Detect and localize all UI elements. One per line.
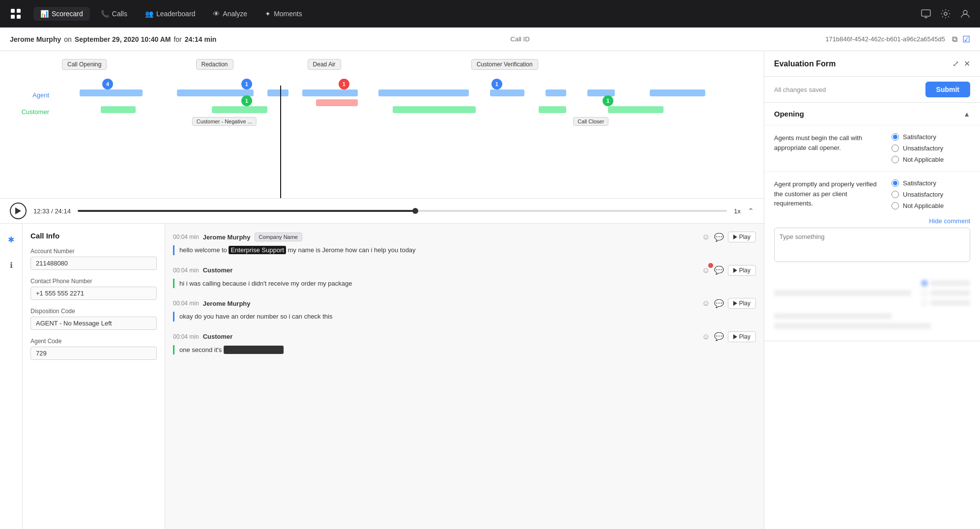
- agent-badge-1[interactable]: 4: [102, 79, 113, 89]
- playhead[interactable]: [280, 86, 281, 198]
- msg4-actions: ☺ 💬 Play: [702, 331, 756, 342]
- nav-leaderboard[interactable]: 👥 Leaderboard: [138, 7, 202, 21]
- transcript-msg-2: 00:04 min Customer ☺ ● 💬 Play: [173, 265, 756, 289]
- sidebar-icon-asterisk[interactable]: ✱: [3, 232, 19, 247]
- msg3-emoji-btn[interactable]: ☺: [702, 299, 710, 308]
- agent-badge-3[interactable]: 1: [339, 79, 349, 89]
- msg3-comment-btn[interactable]: 💬: [714, 299, 724, 308]
- time-display: 12:33 / 24:14: [33, 207, 71, 215]
- criterion-1-options: Satisfactory Unsatisfactory Not Applicab…: [892, 133, 970, 163]
- nav-analyze[interactable]: 👁 Analyze: [206, 7, 254, 21]
- nav-calls[interactable]: 📞 Calls: [94, 7, 134, 21]
- eval-section-opening-title: Opening: [774, 110, 963, 118]
- collapse-button[interactable]: ⌃: [748, 206, 754, 216]
- hide-comment-link[interactable]: Hide comment: [929, 217, 970, 225]
- msg2-time: 00:04 min: [173, 267, 199, 274]
- criterion-2-unsatisfactory[interactable]: Unsatisfactory: [892, 191, 970, 198]
- criterion-2-na-label: Not Applicable: [903, 202, 944, 209]
- msg1-actions: ☺ 💬 Play: [702, 232, 756, 242]
- close-icon[interactable]: ✕: [964, 59, 970, 68]
- progress-dot: [412, 208, 418, 214]
- gear-icon[interactable]: [939, 7, 952, 21]
- expand-icon[interactable]: ⤢: [952, 59, 959, 68]
- label-dead-air[interactable]: Dead Air: [308, 59, 341, 70]
- play-button[interactable]: [10, 203, 27, 219]
- criterion-1-unsatisfactory[interactable]: Unsatisfactory: [892, 145, 970, 152]
- main-layout: Call Opening Redaction Dead Air Customer…: [0, 51, 980, 529]
- msg4-comment-btn[interactable]: 💬: [714, 332, 724, 341]
- eval-panel: Evaluation Form ⤢ ✕ All changes saved Su…: [764, 51, 980, 529]
- msg1-emoji-btn[interactable]: ☺: [702, 233, 710, 241]
- account-number-value: 211488080: [30, 257, 157, 270]
- eval-section-opening-header[interactable]: Opening ▲: [764, 103, 980, 125]
- call-date: September 29, 2020 10:40 AM: [75, 35, 171, 43]
- copy-icon[interactable]: ⧉: [952, 35, 957, 44]
- criterion-2-radio-satisfactory[interactable]: [892, 179, 899, 187]
- call-duration: 24:14 min: [185, 35, 217, 43]
- label-customer-verif[interactable]: Customer Verification: [471, 59, 538, 70]
- call-header: Jerome Murphy on September 29, 2020 10:4…: [0, 28, 980, 51]
- nav-items: 📊 Scorecard 📞 Calls 👥 Leaderboard 👁 Anal…: [33, 7, 309, 21]
- call-id-label: Call ID: [511, 35, 532, 43]
- progress-bar[interactable]: [78, 210, 727, 212]
- agent-track-label: Agent: [10, 91, 54, 99]
- svg-point-5: [944, 12, 947, 15]
- annotation-negative[interactable]: Customer - Negative ...: [192, 117, 257, 126]
- sidebar-icon-info[interactable]: ℹ: [3, 257, 19, 273]
- speed-label[interactable]: 1x: [734, 207, 741, 215]
- phone-number-label: Contact Phone Number: [30, 278, 157, 285]
- on-text: on: [64, 35, 72, 43]
- msg3-speaker: Jerome Murphy: [203, 300, 251, 307]
- criterion-1-radio-satisfactory[interactable]: [892, 133, 899, 141]
- criterion-1-radio-unsatisfactory[interactable]: [892, 145, 899, 152]
- scorecard-icon: 📊: [40, 10, 49, 18]
- msg4-play-btn[interactable]: Play: [728, 331, 756, 342]
- criterion-1-radio-na[interactable]: [892, 156, 899, 163]
- svg-rect-4: [922, 10, 930, 16]
- agent-badge-2[interactable]: 1: [241, 79, 252, 89]
- user-icon[interactable]: [958, 7, 972, 21]
- eval-header: Evaluation Form ⤢ ✕: [764, 51, 980, 77]
- msg1-play-btn[interactable]: Play: [728, 232, 756, 242]
- monitor-icon[interactable]: [919, 7, 933, 21]
- msg1-bubble: hello welcome to Enterprise Support my n…: [173, 245, 756, 255]
- criterion-2-radio-na[interactable]: [892, 202, 899, 209]
- criterion-2-options: Satisfactory Unsatisfactory Not Applicab…: [892, 179, 970, 209]
- customer-badge-1[interactable]: 1: [241, 95, 252, 106]
- msg2-comment-btn[interactable]: 💬: [714, 265, 724, 275]
- transcript-area: 00:04 min Jerome Murphy Company Name ☺ 💬…: [165, 224, 764, 529]
- msg3-time: 00:04 min: [173, 300, 199, 307]
- phone-number-field: Contact Phone Number +1 555 555 2271: [30, 278, 157, 300]
- criterion-1-satisfactory-label: Satisfactory: [903, 133, 936, 141]
- nav-scorecard[interactable]: 📊 Scorecard: [33, 7, 90, 21]
- criterion-1-na[interactable]: Not Applicable: [892, 156, 970, 163]
- comment-textarea[interactable]: [774, 228, 970, 262]
- criterion-2-satisfactory[interactable]: Satisfactory: [892, 179, 970, 187]
- criterion-1-satisfactory[interactable]: Satisfactory: [892, 133, 970, 141]
- agent-badge-4[interactable]: 1: [491, 79, 502, 89]
- annotation-call-closer[interactable]: Call Closer: [573, 117, 608, 126]
- eval-submit-button[interactable]: Submit: [925, 82, 970, 97]
- msg1-tag[interactable]: Company Name: [255, 233, 302, 241]
- nav-moments[interactable]: ✦ Moments: [258, 7, 309, 21]
- disposition-code-value: AGENT - No Message Left: [30, 317, 157, 330]
- msg2-emoji-btn[interactable]: ☺ ●: [702, 266, 710, 275]
- criterion-1-na-label: Not Applicable: [903, 156, 944, 163]
- msg1-comment-btn[interactable]: 💬: [714, 233, 724, 242]
- msg4-emoji-btn[interactable]: ☺: [702, 332, 710, 341]
- criterion-2-radio-unsatisfactory[interactable]: [892, 191, 899, 198]
- label-call-opening[interactable]: Call Opening: [62, 59, 107, 70]
- call-info-sidebar: Call Info Account Number 211488080 Conta…: [23, 224, 165, 529]
- svg-rect-0: [11, 9, 15, 13]
- transcript-msg-4: 00:04 min Customer ☺ 💬 Play one seco: [173, 331, 756, 355]
- msg4-redacted: ████████████: [224, 346, 284, 354]
- eval-blurred-section: [764, 272, 980, 341]
- label-redaction[interactable]: Redaction: [196, 59, 233, 70]
- svg-marker-11: [733, 334, 737, 339]
- criterion-2-na[interactable]: Not Applicable: [892, 202, 970, 209]
- msg3-play-btn[interactable]: Play: [728, 298, 756, 309]
- check-icon[interactable]: ☑: [962, 34, 970, 45]
- customer-badge-2[interactable]: 1: [603, 95, 613, 106]
- disposition-code-field: Disposition Code AGENT - No Message Left: [30, 308, 157, 330]
- msg2-play-btn[interactable]: Play: [728, 265, 756, 276]
